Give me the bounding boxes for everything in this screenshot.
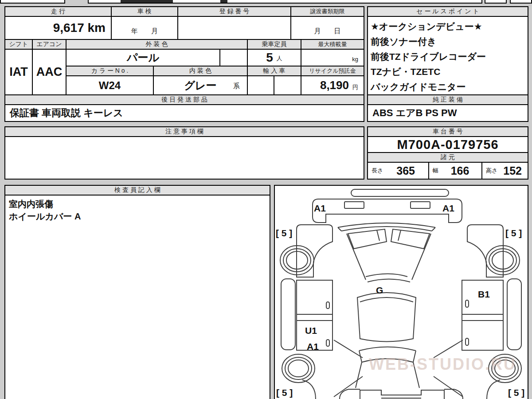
interior-color-suffix: 系 [233, 82, 240, 90]
inspector-line: ホイールカバー A [9, 210, 81, 223]
spec-length-label: 長さ [372, 167, 383, 175]
specs-header: 諸 元 [367, 152, 528, 163]
cowl-panel [338, 223, 435, 231]
tire-grade-rear-right: [ 5 ] [508, 387, 524, 398]
door-handle [326, 340, 329, 346]
damage-label-front-left: A1 [314, 203, 326, 213]
damage-label-left-panel-bottom: A1 [307, 341, 319, 352]
inspector-box: 室内内張傷 ホイールカバー A [4, 195, 270, 399]
max-load-unit: kg [352, 56, 358, 66]
quarter-panel-left [334, 340, 363, 397]
transfer-deadline-header: 譲渡書類期限 [290, 6, 364, 17]
roof-panel [351, 189, 449, 196]
front-bumper [313, 199, 462, 223]
capacity-number: 5 [266, 51, 273, 65]
sill-right [507, 279, 521, 350]
capacity-value: 5 人 [247, 49, 301, 66]
max-load-value: kg [301, 49, 364, 66]
recycle-deposit-value: 8,190 円 [301, 75, 364, 95]
sales-point-item: ★オークションデビュー★ [371, 19, 482, 34]
sill-left [281, 279, 295, 350]
chassis-number-header: 車 台 番 号 [367, 126, 528, 137]
rear-wheel-left [282, 354, 315, 383]
cutoff-row-segment [510, 0, 532, 4]
interior-color-text: グレー [184, 78, 216, 93]
car-damage-diagram: A1 A1 [ 5 ] [ 5 ] G B1 U1 A1 [ 5 ] [ 5 ] [275, 186, 528, 399]
mileage-header: 走 行 [4, 6, 112, 17]
max-load-header: 最大積載量 [301, 39, 364, 50]
spec-height: 高さ 152 [481, 162, 528, 180]
sales-point-item: バックガイドモニター [371, 79, 466, 94]
left-headlight [344, 202, 364, 208]
spec-width: 幅 166 [428, 162, 482, 180]
windshield-left [348, 229, 387, 249]
damage-label-left-panel-top: U1 [305, 325, 317, 336]
quarter-panel-right [434, 340, 463, 397]
cutoff-row-segment [0, 0, 65, 4]
registration-value [177, 16, 291, 40]
color-no-header: カ ラ ー N o . [66, 66, 154, 76]
doors-left [297, 280, 332, 350]
trunk [356, 362, 419, 388]
chassis-number-value: M700A-0179756 [367, 136, 528, 153]
interior-color-value: グレー 系 [153, 75, 248, 95]
damage-diagram-box: A1 A1 [ 5 ] [ 5 ] G B1 U1 A1 [ 5 ] [ 5 ]… [274, 185, 528, 399]
capacity-header: 乗車定員 [247, 39, 301, 50]
spec-length: 長さ 365 [367, 162, 429, 180]
shift-value: IAT [4, 49, 33, 95]
sales-point-item: TZナビ・TZETC [371, 64, 440, 79]
sales-points-header: セ ー ル ス ポ イ ン ト [367, 6, 528, 17]
auction-sheet: { "colors": {"page_bg":"#cdcdcd","header… [0, 0, 532, 399]
exterior-color-value: パール [66, 49, 220, 66]
registration-header: 登 録 番 号 [177, 6, 291, 17]
cutoff-row-segment [485, 0, 507, 4]
damage-label-right-panel: B1 [478, 289, 490, 299]
spec-length-value: 365 [383, 164, 428, 177]
damage-label-hood: G [376, 285, 383, 295]
import-cell-b [274, 75, 301, 95]
front-fender-left [297, 225, 332, 277]
tire-grade-rear-left: [ 5 ] [276, 387, 293, 398]
interior-color-header: 内 装 色 [153, 66, 248, 76]
notes-box [4, 136, 364, 180]
later-parts-value: 保証書 車両取説 キーレス [4, 104, 364, 122]
windshield-right [391, 229, 430, 249]
spec-height-label: 高さ [486, 167, 497, 175]
hood-panel [347, 234, 431, 282]
spec-width-value: 166 [438, 164, 481, 177]
inspector-header: 検 査 員 記 入 欄 [4, 185, 270, 196]
front-fender-right [467, 225, 503, 277]
recycle-deposit-header: リサイクル預託金 [301, 66, 364, 76]
notes-header: 注 意 事 項 欄 [4, 126, 364, 137]
inspection-value: 年 月 [111, 16, 178, 40]
inspection-header: 車 検 [111, 6, 178, 17]
sales-point-item: 前後ソナー付き [371, 34, 436, 49]
exterior-color-extra-cell [219, 49, 248, 66]
recycle-deposit-number: 8,190 [320, 78, 349, 92]
tire-grade-front-left: [ 5 ] [276, 228, 292, 238]
spec-height-value: 152 [497, 164, 528, 177]
exterior-color-header: 外 装 色 [66, 39, 248, 50]
right-headlight [411, 202, 430, 208]
sales-point-item: 前後TZドライブレコーダー [371, 49, 486, 64]
mileage-value: 9,617 km [4, 16, 112, 40]
rear-wheel-right [489, 354, 521, 383]
door-handle [466, 300, 469, 307]
damage-label-front-right: A1 [442, 203, 454, 213]
color-no-value: W24 [66, 75, 154, 95]
recycle-deposit-unit: 円 [352, 83, 358, 94]
sales-points-box: ★オークションデビュー★ 前後ソナー付き 前後TZドライブレコーダー TZナビ・… [367, 16, 528, 95]
inspector-line: 室内内張傷 [9, 198, 53, 210]
cutoff-text-fragment [121, 0, 173, 3]
tire-grade-front-right: [ 5 ] [505, 228, 522, 238]
import-header: 輸 入 車 [247, 66, 301, 76]
aircon-value: AAC [32, 49, 66, 95]
transfer-deadline-value: 月 日 [290, 16, 364, 40]
genuine-equipment-header: 純 正 装 備 [367, 94, 528, 105]
rear-window [359, 347, 416, 363]
cabin [357, 293, 416, 342]
spec-width-label: 幅 [433, 167, 438, 175]
later-parts-header: 後 日 発 送 部 品 [4, 94, 364, 105]
capacity-unit: 人 [277, 55, 282, 66]
door-handle [466, 338, 469, 345]
